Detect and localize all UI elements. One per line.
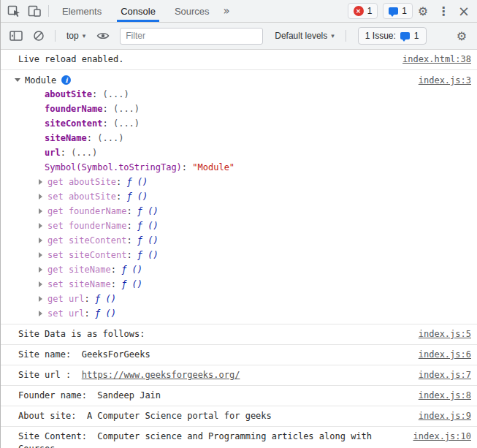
- console-log-row: Site Data is as follows: index.js:5: [1, 324, 477, 345]
- object-accessor-row[interactable]: get founderName: ƒ (): [9, 204, 471, 219]
- info-icon: i: [61, 75, 71, 85]
- source-link[interactable]: index.js:7: [419, 369, 471, 381]
- disclosure-triangle-collapsed-icon[interactable]: [39, 223, 42, 229]
- clear-console-icon[interactable]: [28, 26, 49, 46]
- source-link[interactable]: index.html:38: [402, 53, 471, 66]
- console-log-row: Site Content: Computer science and Progr…: [1, 427, 477, 448]
- live-expression-eye-icon[interactable]: [93, 26, 113, 46]
- source-link[interactable]: index.js:10: [413, 430, 471, 443]
- disclosure-triangle-collapsed-icon[interactable]: [39, 311, 42, 316]
- console-object-group: Module i index.js:3 aboutSite: (...) fou…: [1, 70, 477, 324]
- customize-menu-icon[interactable]: ⋮: [433, 1, 454, 21]
- disclosure-triangle-collapsed-icon[interactable]: [39, 208, 42, 214]
- object-accessor-row[interactable]: get aboutSite: ƒ (): [9, 175, 471, 189]
- lazy-getter-value[interactable]: (...): [102, 89, 129, 99]
- lazy-getter-value[interactable]: (...): [97, 133, 123, 143]
- source-link[interactable]: index.js:9: [419, 410, 471, 422]
- object-symbol-row: Symbol(Symbol.toStringTag): "Module": [9, 160, 471, 175]
- colon-separator: :: [116, 191, 126, 202]
- accessor-name: set siteName: [47, 279, 111, 289]
- error-counter-badge[interactable]: × 1: [348, 3, 378, 19]
- source-link[interactable]: index.js:8: [419, 390, 471, 402]
- disclosure-triangle-collapsed-icon[interactable]: [39, 252, 42, 258]
- tab-elements[interactable]: Elements: [53, 0, 111, 22]
- object-accessor-row[interactable]: get siteContent: ƒ (): [9, 233, 471, 248]
- object-accessor-row[interactable]: get url: ƒ (): [9, 292, 471, 306]
- log-text: Founder name: Sandeep Jain: [18, 390, 410, 402]
- object-header-row[interactable]: Module i index.js:3: [9, 74, 471, 87]
- disclosure-triangle-collapsed-icon[interactable]: [39, 267, 42, 273]
- object-property-row: siteName: (...): [9, 131, 471, 145]
- source-link[interactable]: index.js:5: [419, 328, 471, 341]
- accessor-name: set url: [47, 308, 85, 319]
- log-text: Site Content: Computer science and Progr…: [18, 430, 405, 448]
- lazy-getter-value[interactable]: (...): [113, 104, 140, 114]
- disclosure-triangle-collapsed-icon[interactable]: [39, 281, 42, 287]
- string-value: "Module": [192, 162, 234, 172]
- device-toolbar-icon[interactable]: [24, 1, 45, 21]
- object-accessor-row[interactable]: set founderName: ƒ (): [9, 219, 471, 233]
- colon-separator: :: [111, 265, 121, 275]
- chevron-down-icon: ▾: [83, 32, 86, 39]
- log-text: About site: A Computer Science portal fo…: [18, 410, 410, 422]
- console-settings-gear-icon[interactable]: ⚙: [451, 26, 472, 46]
- colon-separator: :: [61, 148, 71, 158]
- console-log-row: Site name: GeeksForGeeks index.js:6: [1, 345, 477, 365]
- tab-sources[interactable]: Sources: [165, 0, 219, 22]
- accessor-name: get url: [47, 294, 85, 304]
- filter-input[interactable]: [120, 28, 263, 45]
- devtools-window: Elements Console Sources » × 1 1 ⚙ ⋮ ×: [0, 0, 477, 448]
- settings-gear-icon[interactable]: ⚙: [413, 1, 433, 21]
- object-accessor-row[interactable]: get siteName: ƒ (): [9, 262, 471, 277]
- block-icon: [33, 30, 45, 42]
- issues-counter-badge[interactable]: 1: [383, 3, 413, 19]
- lazy-getter-value[interactable]: (...): [113, 118, 140, 129]
- disclosure-triangle-collapsed-icon[interactable]: [39, 296, 42, 302]
- disclosure-triangle-expanded-icon[interactable]: [15, 78, 20, 82]
- property-name: siteName: [45, 133, 87, 143]
- eye-icon: [96, 31, 110, 40]
- lazy-getter-value[interactable]: (...): [71, 148, 97, 158]
- colon-separator: :: [126, 221, 137, 231]
- error-count: 1: [367, 6, 373, 16]
- object-class-name[interactable]: Module: [25, 74, 56, 87]
- console-log-row: Founder name: Sandeep Jain index.js:8: [1, 386, 477, 406]
- tab-console[interactable]: Console: [111, 0, 165, 22]
- object-accessor-row[interactable]: set aboutSite: ƒ (): [9, 189, 471, 204]
- issues-count: 1: [402, 6, 407, 16]
- toolbar-separator: [346, 30, 346, 42]
- tab-label: Elements: [62, 6, 102, 17]
- disclosure-triangle-collapsed-icon[interactable]: [39, 179, 42, 185]
- logged-url-link[interactable]: https://www.geeksforgeeks.org/: [82, 370, 240, 380]
- issues-button[interactable]: 1 Issue: 1: [358, 27, 427, 45]
- object-property-row: siteContent: (...): [9, 116, 471, 131]
- console-sidebar-toggle-icon[interactable]: [6, 26, 26, 46]
- console-toolbar: top ▾ Default levels ▾ 1 Issue: 1 ⚙: [1, 23, 477, 50]
- issues-button-label: 1 Issue:: [365, 31, 396, 41]
- object-accessor-row[interactable]: set url: ƒ (): [9, 306, 471, 321]
- disclosure-triangle-collapsed-icon[interactable]: [39, 194, 42, 200]
- console-log-row: Site url : https://www.geeksforgeeks.org…: [1, 365, 477, 386]
- function-value: ƒ (): [95, 308, 116, 319]
- console-log-row: About site: A Computer Science portal fo…: [1, 406, 477, 427]
- console-messages: Live reload enabled. index.html:38 Modul…: [1, 50, 477, 448]
- log-levels-dropdown[interactable]: Default levels ▾: [270, 29, 340, 43]
- source-link[interactable]: index.js:3: [419, 74, 471, 87]
- colon-separator: :: [111, 279, 121, 289]
- function-value: ƒ (): [126, 177, 148, 187]
- close-devtools-icon[interactable]: ×: [454, 1, 474, 21]
- function-value: ƒ (): [126, 191, 148, 202]
- colon-separator: :: [126, 206, 137, 216]
- more-tabs-icon[interactable]: »: [219, 4, 234, 18]
- context-selector-dropdown[interactable]: top ▾: [61, 29, 91, 43]
- disclosure-triangle-collapsed-icon[interactable]: [39, 238, 42, 243]
- source-link[interactable]: index.js:6: [419, 349, 471, 361]
- inspect-element-icon[interactable]: [4, 1, 24, 21]
- accessor-name: get founderName: [47, 206, 126, 216]
- object-accessor-row[interactable]: set siteContent: ƒ (): [9, 248, 471, 262]
- log-text: Site name: GeeksForGeeks: [18, 349, 410, 361]
- object-accessor-row[interactable]: set siteName: ƒ (): [9, 277, 471, 292]
- colon-separator: :: [126, 235, 137, 246]
- toolbar-separator: [55, 30, 56, 42]
- property-name: url: [45, 148, 61, 158]
